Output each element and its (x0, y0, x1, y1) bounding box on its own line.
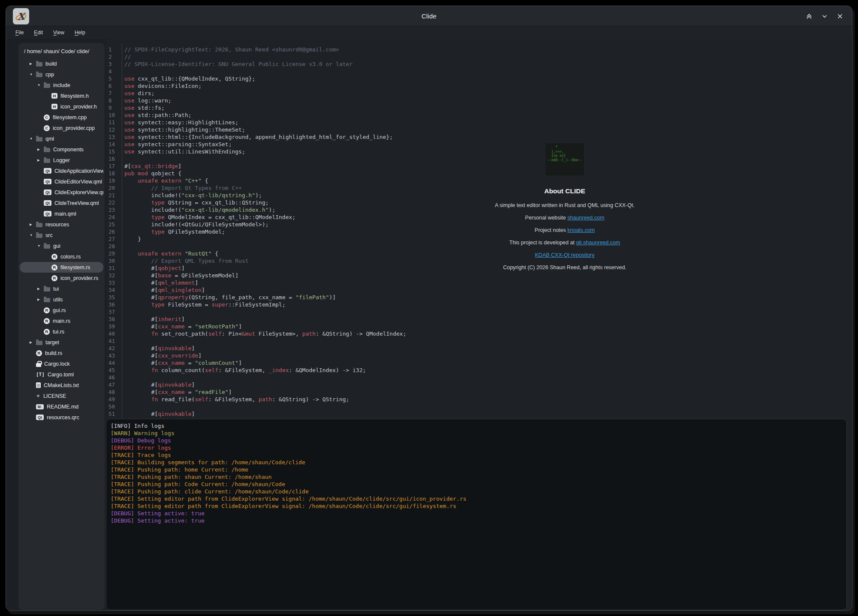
line-number: 32 (106, 272, 119, 279)
code-text (119, 243, 124, 249)
code-text: // SPDX-License-Identifier: GNU General … (119, 61, 352, 67)
tree-item-cpp[interactable]: ▼cpp (20, 69, 103, 80)
tree-item-icon-provider-h[interactable]: Hicon_provider.h (20, 101, 103, 112)
code-text: use log::warn; (119, 97, 172, 104)
link-kdab-cxx-qt-repository[interactable]: KDAB CXX-Qt repository (535, 252, 595, 258)
menubar: FileEditViewHelp (6, 26, 852, 39)
qt-file-icon: Qt (44, 168, 51, 174)
tree-item-cmakelists-txt[interactable]: CMakeLists.txt (20, 380, 103, 391)
chevron-down-icon[interactable]: ▼ (37, 83, 44, 87)
about-panel: * |.===. {}o o{} --ooO--(_)--Ooo-- About… (458, 143, 672, 270)
tree-item-license[interactable]: ★LICENSE (20, 391, 103, 401)
tree-item-src[interactable]: ▼src (20, 230, 103, 240)
log-console[interactable]: [INFO] Info logs[WARN] Warning logs[DEBU… (106, 419, 847, 610)
line-number: 20 (106, 184, 119, 192)
line-number: 10 (106, 111, 119, 119)
line-number: 47 (106, 381, 119, 388)
tree-item-cargo-toml[interactable]: [T]Cargo.toml (20, 369, 103, 380)
double-chevron-up-icon (805, 12, 813, 20)
tree-item-filesystem-cpp[interactable]: Cfilesystem.cpp (20, 112, 103, 123)
chevron-down-icon[interactable]: ▼ (30, 233, 36, 237)
tree-item-label: tui (53, 286, 59, 292)
tree-item-target[interactable]: ▶target (20, 337, 103, 348)
rust-file-icon: R (44, 329, 50, 335)
tree-item-readme-md[interactable]: M↓README.md (20, 401, 103, 412)
tree-item-gui[interactable]: ▼gui (20, 240, 103, 251)
code-text: use std::fs; (119, 105, 165, 111)
tree-item-components[interactable]: ▶Components (20, 144, 103, 155)
tree-item-logger[interactable]: ▶Logger (20, 155, 103, 165)
code-line: 43 #[cxx_override] (106, 352, 849, 359)
line-number: 36 (106, 301, 119, 308)
line-number: 7 (106, 90, 119, 97)
line-number: 24 (106, 213, 119, 221)
tree-item-clideexplorerview-qml[interactable]: QtClideExplorerView.qml (20, 187, 103, 198)
tree-item-label: filesystem.cpp (53, 114, 87, 120)
tree-item-resources-qrc[interactable]: Qtresources.qrc (20, 412, 103, 423)
code-line: 38 #[inherit] (106, 316, 849, 323)
code-text (119, 403, 124, 410)
chevron-right-icon[interactable]: ▶ (37, 147, 44, 151)
tree-item-build-rs[interactable]: Rbuild.rs (20, 348, 103, 358)
tree-item-utils[interactable]: ▶utils (20, 294, 103, 305)
tree-item-tui-rs[interactable]: Rtui.rs (20, 326, 103, 337)
menu-file[interactable]: File (13, 28, 26, 37)
folder-icon (44, 159, 50, 163)
link-shaunreed-com[interactable]: shaunreed.com (567, 215, 604, 221)
chevron-down-icon[interactable]: ▼ (30, 137, 36, 141)
tree-item-label: Components (53, 147, 84, 153)
tree-item-gui-rs[interactable]: Rgui.rs (20, 305, 103, 316)
chevron-right-icon[interactable]: ▶ (37, 297, 44, 301)
code-line: 36 type FileSystem = super::FileSystemIm… (106, 301, 849, 308)
chevron-right-icon[interactable]: ▶ (37, 287, 44, 291)
code-text: use dirs; (119, 90, 154, 96)
tree-item-icon-provider-rs[interactable]: Ricon_provider.rs (20, 273, 103, 283)
folder-icon (36, 234, 42, 238)
tree-item-resources[interactable]: ▶resources (20, 219, 103, 230)
close-icon (836, 12, 844, 20)
tree-item-filesystem-rs[interactable]: Rfilesystem.rs (20, 262, 103, 273)
tree-item-icon-provider-cpp[interactable]: Cicon_provider.cpp (20, 123, 103, 133)
menu-help[interactable]: Help (72, 28, 88, 37)
code-text: include!(<QtGui/QFileSystemModel>); (119, 221, 269, 228)
chevron-down-icon[interactable]: ▼ (37, 244, 44, 248)
code-text: use syntect::parsing::SyntaxSet; (119, 141, 232, 147)
file-explorer-sidebar[interactable]: / home/ shaun/ Code/ clide/ ▶build▼cpp▼i… (18, 43, 105, 610)
tree-item-tui[interactable]: ▶tui (20, 283, 103, 294)
tree-item-clideapplicationview-qml[interactable]: QtClideApplicationView.qml (20, 165, 103, 176)
tree-item-main-rs[interactable]: Rmain.rs (20, 316, 103, 326)
line-number: 15 (106, 148, 119, 155)
code-line: 51 #[qinvokable] (106, 410, 849, 418)
tree-item-include[interactable]: ▼include (20, 80, 103, 90)
menu-view[interactable]: View (51, 28, 67, 37)
close-button[interactable] (836, 12, 844, 21)
log-line-trace: [TRACE] Pushing path: shaun Current: /ho… (111, 473, 842, 481)
tree-item-qml[interactable]: ▼qml (20, 133, 103, 144)
chevron-down-icon[interactable]: ▼ (30, 72, 36, 76)
tree-item-colors-rs[interactable]: Rcolors.rs (20, 251, 103, 262)
tree-item-main-qml[interactable]: Qtmain.qml (20, 208, 103, 219)
chevron-right-icon[interactable]: ▶ (30, 340, 36, 344)
code-line: 33 #[qml_element] (106, 279, 849, 286)
code-line: 39 #[cxx_name = "setRootPath"] (106, 323, 849, 330)
menu-edit[interactable]: Edit (31, 28, 45, 37)
code-text: #[inherit] (119, 316, 185, 322)
folder-icon (36, 223, 42, 227)
tree-item-clideeditorview-qml[interactable]: QtClideEditorView.qml (20, 176, 103, 187)
tree-item-label: README.md (47, 404, 78, 410)
tree-item-build[interactable]: ▶build (20, 58, 103, 69)
rust-file-icon: R (44, 318, 50, 324)
minimize-button[interactable] (820, 12, 829, 21)
tree-item-cargo-lock[interactable]: Cargo.lock (20, 358, 103, 369)
tree-item-filesystem-h[interactable]: Hfilesystem.h (20, 90, 103, 101)
lock-icon (36, 363, 41, 367)
link-knoats-com[interactable]: knoats.com (567, 227, 595, 233)
text-file-icon (36, 382, 41, 388)
chevron-right-icon[interactable]: ▶ (30, 62, 36, 66)
shade-button[interactable] (805, 12, 813, 21)
tree-item-clidetreeview-qml[interactable]: QtClideTreeView.qml (20, 198, 103, 208)
chevron-right-icon[interactable]: ▶ (30, 222, 36, 226)
chevron-right-icon[interactable]: ▶ (37, 158, 44, 162)
link-git-shaunreed-com[interactable]: git.shaunreed.com (576, 240, 620, 246)
folder-icon (44, 244, 50, 249)
